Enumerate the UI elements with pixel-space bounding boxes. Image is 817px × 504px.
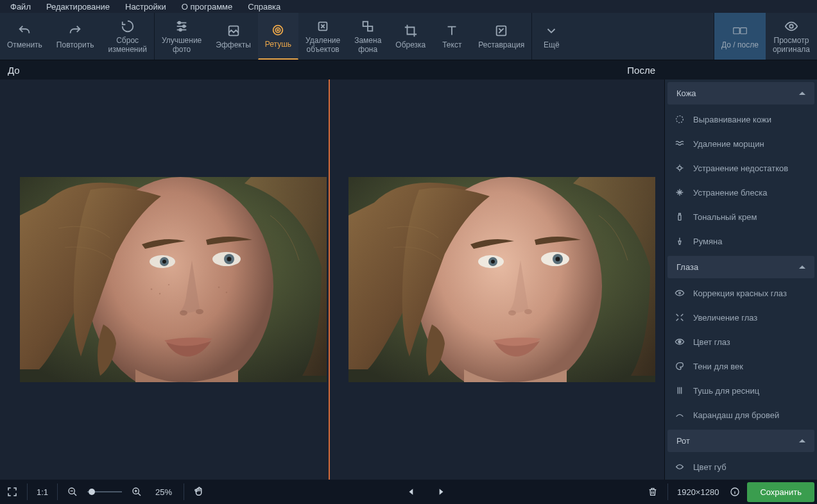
save-button[interactable]: Сохранить xyxy=(747,482,814,502)
section-eyes[interactable]: Глаза xyxy=(667,256,814,278)
more-label: Ещё xyxy=(544,41,560,49)
chevron-up-icon xyxy=(799,265,805,269)
eye-icon xyxy=(674,287,685,299)
item-eye-color[interactable]: Цвет глаз xyxy=(665,330,817,354)
svg-point-43 xyxy=(678,166,681,169)
bottle-icon xyxy=(674,211,685,223)
reset-button[interactable]: Сброс изменений xyxy=(101,13,153,60)
split-divider[interactable] xyxy=(329,80,330,480)
item-blemish-removal[interactable]: Устранение недостатков xyxy=(665,156,817,180)
svg-rect-44 xyxy=(678,215,681,220)
more-button[interactable]: Ещё xyxy=(532,13,571,60)
remove-objects-button[interactable]: Удаление объектов xyxy=(298,13,347,60)
item-wrinkle-removal[interactable]: Удаление морщин xyxy=(665,131,817,156)
svg-point-16 xyxy=(789,25,793,29)
svg-point-28 xyxy=(159,293,160,294)
svg-rect-12 xyxy=(368,26,372,31)
item-label: Тени для век xyxy=(693,362,743,371)
svg-point-39 xyxy=(555,257,560,262)
svg-point-42 xyxy=(676,116,684,123)
one-to-one-label: 1:1 xyxy=(37,487,48,497)
item-shine-removal[interactable]: Устранение блеска xyxy=(665,180,817,205)
save-label: Сохранить xyxy=(760,487,802,497)
retouch-button[interactable]: Ретушь xyxy=(258,13,298,60)
next-button[interactable] xyxy=(431,482,451,501)
info-button[interactable] xyxy=(725,482,744,501)
svg-point-24 xyxy=(227,257,231,262)
enhance-button[interactable]: Улучшение фото xyxy=(155,13,209,60)
zoom-actual-button[interactable]: 1:1 xyxy=(33,482,52,501)
redo-label: Повторить xyxy=(56,41,94,49)
item-eyeshadow[interactable]: Тени для век xyxy=(665,354,817,378)
item-label: Румяна xyxy=(693,237,722,246)
item-foundation[interactable]: Тональный крем xyxy=(665,205,817,229)
restoration-button[interactable]: Реставрация xyxy=(471,13,531,60)
section-skin[interactable]: Кожа xyxy=(667,82,814,105)
text-button[interactable]: Текст xyxy=(433,13,471,60)
menu-help[interactable]: Справка xyxy=(240,1,288,13)
after-photo xyxy=(348,177,655,382)
svg-point-3 xyxy=(178,22,181,24)
item-eyebrow-pencil[interactable]: Карандаш для бровей xyxy=(665,403,817,427)
item-label: Устранение блеска xyxy=(693,188,767,197)
svg-rect-11 xyxy=(363,22,368,26)
before-photo xyxy=(20,177,327,382)
zoom-in-button[interactable] xyxy=(127,482,146,501)
section-skin-label: Кожа xyxy=(676,88,696,98)
effects-button[interactable]: Эффекты xyxy=(209,13,258,60)
effects-icon xyxy=(227,23,241,38)
crop-button[interactable]: Обрезка xyxy=(388,13,433,60)
delete-button[interactable] xyxy=(643,482,662,501)
item-label: Тушь для ресниц xyxy=(693,386,759,396)
redo-icon xyxy=(68,23,82,38)
pencil-arc-icon xyxy=(674,409,685,421)
svg-point-26 xyxy=(196,309,203,314)
menu-file[interactable]: Файл xyxy=(3,1,39,13)
item-skin-smoothing[interactable]: Выравнивание кожи xyxy=(665,107,817,131)
restoration-label: Реставрация xyxy=(478,41,524,49)
before-label: До xyxy=(8,65,20,76)
hand-tool-button[interactable] xyxy=(189,482,209,501)
fullscreen-button[interactable] xyxy=(3,482,22,501)
dimensions-label: 1920×1280 xyxy=(677,487,719,497)
mascara-icon xyxy=(674,385,685,396)
item-lip-color[interactable]: Цвет губ xyxy=(665,455,817,479)
replace-bg-button[interactable]: Замена фона xyxy=(347,13,388,60)
svg-rect-15 xyxy=(741,28,746,33)
svg-rect-14 xyxy=(734,28,739,33)
after-label: После xyxy=(627,65,655,76)
section-mouth[interactable]: Рот xyxy=(667,430,814,452)
effects-label: Эффекты xyxy=(216,41,251,49)
svg-point-5 xyxy=(179,29,182,31)
zoom-slider[interactable] xyxy=(87,491,122,492)
brush-icon xyxy=(674,235,685,247)
crop-icon xyxy=(404,23,418,38)
text-label: Текст xyxy=(442,41,461,49)
sparkle-icon xyxy=(674,187,685,198)
item-blush[interactable]: Румяна xyxy=(665,229,817,253)
undo-button[interactable]: Отменить xyxy=(0,13,49,60)
svg-point-40 xyxy=(508,310,516,315)
svg-rect-45 xyxy=(679,214,681,215)
menu-about[interactable]: О программе xyxy=(174,1,241,13)
prev-button[interactable] xyxy=(402,482,421,501)
menu-settings[interactable]: Настройки xyxy=(117,1,174,13)
view-original-button[interactable]: Просмотр оригинала xyxy=(766,13,817,60)
menu-edit[interactable]: Редактирование xyxy=(39,1,117,13)
redo-button[interactable]: Повторить xyxy=(49,13,101,60)
item-red-eye[interactable]: Коррекция красных глаз xyxy=(665,281,817,305)
zoom-out-button[interactable] xyxy=(63,482,82,501)
canvas-area[interactable] xyxy=(0,80,664,480)
before-after-button[interactable]: До / после xyxy=(714,13,766,60)
retouch-icon xyxy=(271,22,285,38)
undo-label: Отменить xyxy=(7,41,42,49)
zoom-slider-thumb[interactable] xyxy=(89,489,95,495)
retouch-label: Ретушь xyxy=(265,40,291,49)
chevron-down-icon xyxy=(544,23,558,38)
item-label: Устранение недостатков xyxy=(693,164,788,173)
item-eye-enlarge[interactable]: Увеличение глаз xyxy=(665,305,817,330)
reset-label: Сброс изменений xyxy=(108,37,146,53)
svg-point-25 xyxy=(180,310,187,315)
eye-color-icon xyxy=(674,336,685,348)
item-mascara[interactable]: Тушь для ресниц xyxy=(665,378,817,403)
